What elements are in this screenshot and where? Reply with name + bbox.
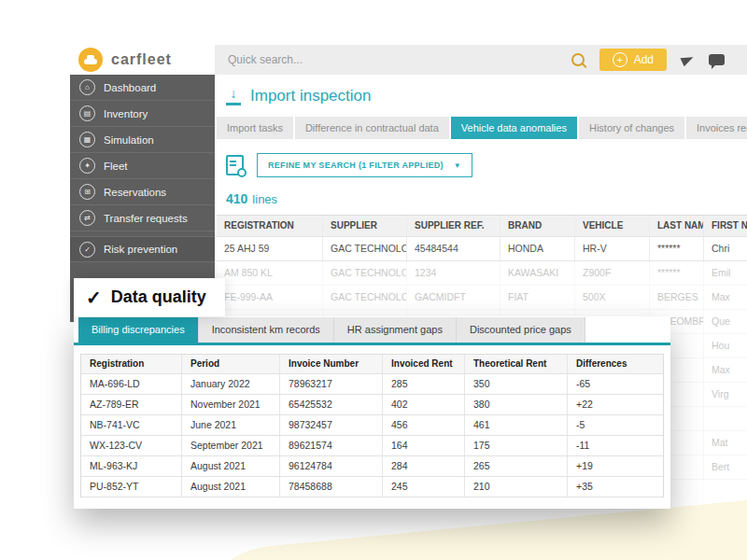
topbar: carfleet + Add: [70, 45, 747, 75]
refine-search-label: REFINE MY SEARCH (1 FILTER APPLIED): [268, 161, 444, 170]
sidebar-item-label: Dashboard: [104, 82, 156, 93]
send-paper-plane-icon[interactable]: [680, 53, 695, 67]
table-header-row: Registration Period Invoice Number Invoi…: [81, 355, 663, 374]
tab-import-tasks[interactable]: Import tasks: [217, 117, 293, 139]
sidebar-item-label: Risk prevention: [104, 244, 177, 255]
sidebar-item-dashboard[interactable]: ⌂ Dashboard: [70, 75, 215, 101]
sidebar-item-reservations[interactable]: ⊞ Reservations: [70, 179, 215, 205]
sidebar-item-simulation[interactable]: ▦ Simulation: [70, 127, 215, 153]
sidebar-item-inventory[interactable]: ▤ Inventory: [70, 101, 215, 127]
col-registration[interactable]: REGISTRATION: [217, 216, 323, 236]
cell: 45484544: [407, 237, 500, 260]
table-row[interactable]: PU-852-YT August 2021 78458688 245 210 +…: [81, 477, 663, 497]
cell: Max: [704, 286, 747, 309]
cell: AZ-789-ER: [81, 395, 182, 414]
col-supplier[interactable]: SUPPLIER: [323, 216, 407, 236]
cell: 1234: [407, 261, 500, 285]
sidebar-item-label: Simulation: [104, 134, 154, 146]
col-brand[interactable]: BRAND: [500, 216, 575, 236]
results-count-number: 410: [226, 191, 247, 206]
cell: Mat: [704, 431, 747, 455]
cell: Hou: [704, 334, 747, 357]
search-icon[interactable]: [571, 53, 585, 66]
import-download-icon: ↓: [226, 88, 241, 105]
sidebar-item-label: Reservations: [104, 187, 166, 198]
sidebar-item-transfer-requests[interactable]: ⇄ Transfer requests: [70, 205, 215, 231]
data-quality-heading: ✓ Data quality: [74, 278, 225, 316]
table-row[interactable]: WX-123-CV September 2021 89621574 164 17…: [81, 436, 663, 456]
table-header-row: REGISTRATION SUPPLIER SUPPLIER REF. BRAN…: [217, 216, 747, 237]
tab-invoices-receivable[interactable]: Invoices receivable: [686, 117, 747, 139]
table-row[interactable]: 25 AHJ 59 GAC TECHNOLOGY 45484544 HONDA …: [217, 237, 747, 261]
col-vehicle[interactable]: VEHICLE: [575, 216, 650, 236]
cell: MA-696-LD: [81, 374, 182, 394]
cell: January 2022: [182, 374, 280, 394]
inventory-icon: ▤: [79, 105, 95, 121]
cell: 350: [465, 374, 568, 394]
table-row[interactable]: AZ-789-ER November 2021 65425532 402 380…: [81, 395, 663, 415]
table-row[interactable]: ML-963-KJ August 2021 96124784 284 265 +…: [81, 456, 663, 477]
cell: WX-123-CV: [81, 436, 182, 455]
cell: Chri: [704, 237, 747, 260]
table-row[interactable]: MA-696-LD January 2022 78963217 285 350 …: [81, 374, 663, 395]
sidebar-item-label: Fleet: [104, 161, 128, 172]
tab-difference-contractual-data[interactable]: Difference in contractual data: [295, 117, 449, 139]
sidebar-item-fleet[interactable]: ✦ Fleet: [70, 153, 215, 179]
tab-billing-discrepancies[interactable]: Billing discrepancies: [78, 317, 199, 343]
sidebar-item-risk-prevention[interactable]: ✓ Risk prevention: [70, 236, 215, 262]
col-differences[interactable]: Differences: [568, 355, 663, 373]
cell: 89621574: [280, 436, 383, 455]
add-button[interactable]: + Add: [599, 49, 667, 71]
document-search-icon[interactable]: [226, 155, 244, 175]
col-invoiced-rent[interactable]: Invoiced Rent: [383, 355, 465, 373]
cell: FIAT: [500, 286, 575, 309]
col-supplier-ref[interactable]: SUPPLIER REF.: [407, 216, 500, 236]
quick-search-input[interactable]: [226, 52, 560, 67]
col-first-name[interactable]: FIRST NAME: [704, 216, 747, 236]
tab-inconsistent-km-records[interactable]: Inconsistent km records: [199, 317, 334, 343]
cell: -11: [568, 436, 663, 455]
col-registration[interactable]: Registration: [81, 355, 182, 373]
transfer-icon: ⇄: [79, 210, 95, 226]
cell: GACMIDFT: [407, 286, 500, 309]
col-theoretical-rent[interactable]: Theoretical Rent: [465, 355, 568, 373]
page-title: Import inspection: [250, 87, 371, 105]
tab-history-of-changes[interactable]: History of changes: [579, 117, 684, 139]
chat-bubble-icon[interactable]: [709, 54, 725, 65]
table-row[interactable]: FE-999-AA GAC TECHNOLOGY GACMIDFT FIAT 5…: [217, 286, 747, 310]
cell: 25 AHJ 59: [217, 237, 323, 260]
cell: 96124784: [280, 456, 383, 476]
cell: August 2021: [182, 456, 280, 476]
sidebar-item-label: Inventory: [104, 108, 148, 119]
sidebar-item-label: Transfer requests: [104, 213, 188, 224]
cell: HONDA: [500, 237, 575, 260]
topbar-search-zone: + Add: [215, 45, 747, 75]
cell: Bert: [704, 455, 747, 479]
cell: 210: [465, 477, 568, 497]
cell: Z900F: [575, 261, 650, 285]
add-button-label: Add: [634, 53, 654, 66]
col-invoice-number[interactable]: Invoice Number: [280, 355, 383, 373]
cell: GAC TECHNOLOGY: [323, 261, 407, 285]
cell: GAC TECHNOLOGY: [323, 286, 407, 309]
dashboard-icon: ⌂: [79, 79, 95, 95]
accent-divider: [74, 343, 670, 345]
tab-hr-assignment-gaps[interactable]: HR assignment gaps: [334, 317, 457, 343]
cell: 461: [465, 415, 568, 435]
cell: 78963217: [280, 374, 383, 394]
table-row[interactable]: AM 850 KL GAC TECHNOLOGY 1234 KAWASAKI Z…: [217, 261, 747, 286]
page-title-row: ↓ Import inspection: [215, 75, 747, 105]
cell: 285: [383, 374, 465, 394]
cell: BERGES: [650, 286, 704, 309]
col-last-name[interactable]: LAST NAME: [650, 216, 704, 236]
data-quality-panel: Billing discrepancies Inconsistent km re…: [74, 316, 670, 509]
table-row[interactable]: NB-741-VC June 2021 98732457 456 461 -5: [81, 415, 663, 436]
cell: Virg: [704, 383, 747, 406]
tab-vehicle-data-anomalies[interactable]: Vehicle data anomalies: [451, 117, 577, 139]
shield-icon: ✓: [79, 242, 95, 258]
cell: Que: [704, 310, 747, 333]
tab-discounted-price-gaps[interactable]: Discounted price gaps: [457, 317, 585, 343]
col-period[interactable]: Period: [182, 355, 280, 373]
refine-search-button[interactable]: REFINE MY SEARCH (1 FILTER APPLIED) ▼: [257, 153, 472, 177]
cell: Max: [704, 358, 747, 382]
